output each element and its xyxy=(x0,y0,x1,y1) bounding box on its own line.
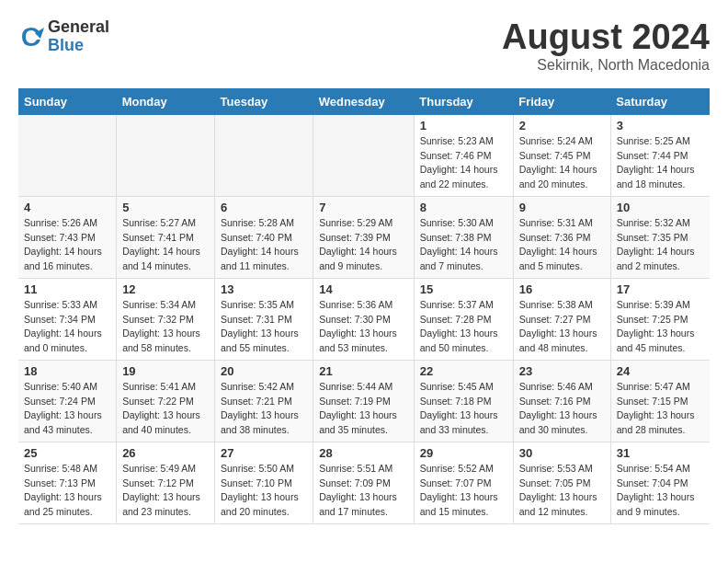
day-number: 13 xyxy=(221,282,307,296)
day-number: 21 xyxy=(319,364,408,378)
day-info: Sunrise: 5:28 AMSunset: 7:40 PMDaylight:… xyxy=(221,216,307,274)
calendar-cell: 21Sunrise: 5:44 AMSunset: 7:19 PMDayligh… xyxy=(313,360,415,442)
day-number: 28 xyxy=(319,446,408,460)
calendar-cell xyxy=(117,115,215,197)
day-info: Sunrise: 5:53 AMSunset: 7:05 PMDaylight:… xyxy=(519,462,605,520)
day-number: 6 xyxy=(221,201,307,214)
day-number: 8 xyxy=(420,201,507,214)
calendar-cell: 22Sunrise: 5:45 AMSunset: 7:18 PMDayligh… xyxy=(414,360,513,442)
week-row-1: 1Sunrise: 5:23 AMSunset: 7:46 PMDaylight… xyxy=(18,115,710,197)
day-number: 29 xyxy=(420,446,507,460)
calendar-cell: 11Sunrise: 5:33 AMSunset: 7:34 PMDayligh… xyxy=(18,278,117,360)
week-row-5: 25Sunrise: 5:48 AMSunset: 7:13 PMDayligh… xyxy=(18,442,710,523)
day-number: 20 xyxy=(221,364,307,378)
day-info: Sunrise: 5:23 AMSunset: 7:46 PMDaylight:… xyxy=(420,134,507,192)
calendar-cell: 16Sunrise: 5:38 AMSunset: 7:27 PMDayligh… xyxy=(513,278,610,360)
day-info: Sunrise: 5:50 AMSunset: 7:10 PMDaylight:… xyxy=(221,462,307,520)
calendar-cell: 24Sunrise: 5:47 AMSunset: 7:15 PMDayligh… xyxy=(610,360,710,442)
day-info: Sunrise: 5:35 AMSunset: 7:31 PMDaylight:… xyxy=(221,298,307,356)
day-number: 16 xyxy=(519,282,605,296)
day-number: 1 xyxy=(420,119,507,132)
day-number: 30 xyxy=(519,446,605,460)
calendar-cell: 8Sunrise: 5:30 AMSunset: 7:38 PMDaylight… xyxy=(414,196,513,278)
day-info: Sunrise: 5:32 AMSunset: 7:35 PMDaylight:… xyxy=(617,216,704,274)
day-number: 24 xyxy=(617,364,704,378)
day-number: 22 xyxy=(420,364,507,378)
calendar-cell: 25Sunrise: 5:48 AMSunset: 7:13 PMDayligh… xyxy=(18,442,117,523)
day-number: 3 xyxy=(617,119,704,132)
day-info: Sunrise: 5:36 AMSunset: 7:30 PMDaylight:… xyxy=(319,298,408,356)
day-number: 7 xyxy=(319,201,408,214)
day-info: Sunrise: 5:46 AMSunset: 7:16 PMDaylight:… xyxy=(519,380,605,438)
calendar-cell: 17Sunrise: 5:39 AMSunset: 7:25 PMDayligh… xyxy=(610,278,710,360)
day-info: Sunrise: 5:34 AMSunset: 7:32 PMDaylight:… xyxy=(122,298,209,356)
logo-blue: Blue xyxy=(48,37,109,55)
calendar-cell: 12Sunrise: 5:34 AMSunset: 7:32 PMDayligh… xyxy=(117,278,215,360)
day-number: 11 xyxy=(24,282,110,296)
calendar-cell: 1Sunrise: 5:23 AMSunset: 7:46 PMDaylight… xyxy=(414,115,513,197)
calendar-cell: 5Sunrise: 5:27 AMSunset: 7:41 PMDaylight… xyxy=(117,196,215,278)
calendar-cell: 3Sunrise: 5:25 AMSunset: 7:44 PMDaylight… xyxy=(610,115,710,197)
day-info: Sunrise: 5:41 AMSunset: 7:22 PMDaylight:… xyxy=(122,380,209,438)
day-number: 18 xyxy=(24,364,110,378)
calendar-cell: 19Sunrise: 5:41 AMSunset: 7:22 PMDayligh… xyxy=(117,360,215,442)
logo-icon xyxy=(18,24,44,50)
calendar-cell: 23Sunrise: 5:46 AMSunset: 7:16 PMDayligh… xyxy=(513,360,610,442)
calendar-cell: 18Sunrise: 5:40 AMSunset: 7:24 PMDayligh… xyxy=(18,360,117,442)
logo: General Blue xyxy=(18,18,109,55)
day-info: Sunrise: 5:31 AMSunset: 7:36 PMDaylight:… xyxy=(519,216,605,274)
day-info: Sunrise: 5:40 AMSunset: 7:24 PMDaylight:… xyxy=(24,380,110,438)
day-info: Sunrise: 5:49 AMSunset: 7:12 PMDaylight:… xyxy=(122,462,209,520)
week-row-2: 4Sunrise: 5:26 AMSunset: 7:43 PMDaylight… xyxy=(18,196,710,278)
day-info: Sunrise: 5:38 AMSunset: 7:27 PMDaylight:… xyxy=(519,298,605,356)
day-number: 15 xyxy=(420,282,507,296)
day-info: Sunrise: 5:52 AMSunset: 7:07 PMDaylight:… xyxy=(420,462,507,520)
header-wednesday: Wednesday xyxy=(313,88,415,115)
day-number: 25 xyxy=(24,446,110,460)
day-number: 12 xyxy=(122,282,209,296)
header-thursday: Thursday xyxy=(414,88,513,115)
calendar-cell: 15Sunrise: 5:37 AMSunset: 7:28 PMDayligh… xyxy=(414,278,513,360)
day-number: 2 xyxy=(519,119,605,132)
header-friday: Friday xyxy=(513,88,610,115)
calendar-cell xyxy=(313,115,415,197)
day-info: Sunrise: 5:37 AMSunset: 7:28 PMDaylight:… xyxy=(420,298,507,356)
calendar-cell: 7Sunrise: 5:29 AMSunset: 7:39 PMDaylight… xyxy=(313,196,415,278)
day-info: Sunrise: 5:47 AMSunset: 7:15 PMDaylight:… xyxy=(617,380,704,438)
day-info: Sunrise: 5:24 AMSunset: 7:45 PMDaylight:… xyxy=(519,134,605,192)
page-header: General Blue August 2024 Sekirnik, North… xyxy=(18,18,710,74)
calendar-cell: 4Sunrise: 5:26 AMSunset: 7:43 PMDaylight… xyxy=(18,196,117,278)
calendar-cell: 20Sunrise: 5:42 AMSunset: 7:21 PMDayligh… xyxy=(215,360,313,442)
calendar-cell: 10Sunrise: 5:32 AMSunset: 7:35 PMDayligh… xyxy=(610,196,710,278)
calendar-header-row: SundayMondayTuesdayWednesdayThursdayFrid… xyxy=(18,88,710,115)
header-monday: Monday xyxy=(117,88,215,115)
calendar-cell: 28Sunrise: 5:51 AMSunset: 7:09 PMDayligh… xyxy=(313,442,415,523)
logo-general: General xyxy=(48,18,109,37)
day-number: 10 xyxy=(617,201,704,214)
calendar-cell: 9Sunrise: 5:31 AMSunset: 7:36 PMDaylight… xyxy=(513,196,610,278)
calendar-cell xyxy=(18,115,117,197)
week-row-3: 11Sunrise: 5:33 AMSunset: 7:34 PMDayligh… xyxy=(18,278,710,360)
calendar-cell: 2Sunrise: 5:24 AMSunset: 7:45 PMDaylight… xyxy=(513,115,610,197)
day-number: 31 xyxy=(617,446,704,460)
day-number: 14 xyxy=(319,282,408,296)
day-info: Sunrise: 5:39 AMSunset: 7:25 PMDaylight:… xyxy=(617,298,704,356)
day-info: Sunrise: 5:44 AMSunset: 7:19 PMDaylight:… xyxy=(319,380,408,438)
day-info: Sunrise: 5:29 AMSunset: 7:39 PMDaylight:… xyxy=(319,216,408,274)
day-number: 19 xyxy=(122,364,209,378)
calendar-cell xyxy=(215,115,313,197)
header-tuesday: Tuesday xyxy=(215,88,313,115)
day-info: Sunrise: 5:54 AMSunset: 7:04 PMDaylight:… xyxy=(617,462,704,520)
calendar-cell: 26Sunrise: 5:49 AMSunset: 7:12 PMDayligh… xyxy=(117,442,215,523)
location: Sekirnik, North Macedonia xyxy=(502,57,710,74)
calendar-cell: 14Sunrise: 5:36 AMSunset: 7:30 PMDayligh… xyxy=(313,278,415,360)
calendar-cell: 6Sunrise: 5:28 AMSunset: 7:40 PMDaylight… xyxy=(215,196,313,278)
header-sunday: Sunday xyxy=(18,88,117,115)
day-info: Sunrise: 5:45 AMSunset: 7:18 PMDaylight:… xyxy=(420,380,507,438)
calendar-cell: 13Sunrise: 5:35 AMSunset: 7:31 PMDayligh… xyxy=(215,278,313,360)
title-section: August 2024 Sekirnik, North Macedonia xyxy=(502,18,710,74)
day-info: Sunrise: 5:26 AMSunset: 7:43 PMDaylight:… xyxy=(24,216,110,274)
day-info: Sunrise: 5:27 AMSunset: 7:41 PMDaylight:… xyxy=(122,216,209,274)
day-number: 26 xyxy=(122,446,209,460)
day-number: 5 xyxy=(122,201,209,214)
